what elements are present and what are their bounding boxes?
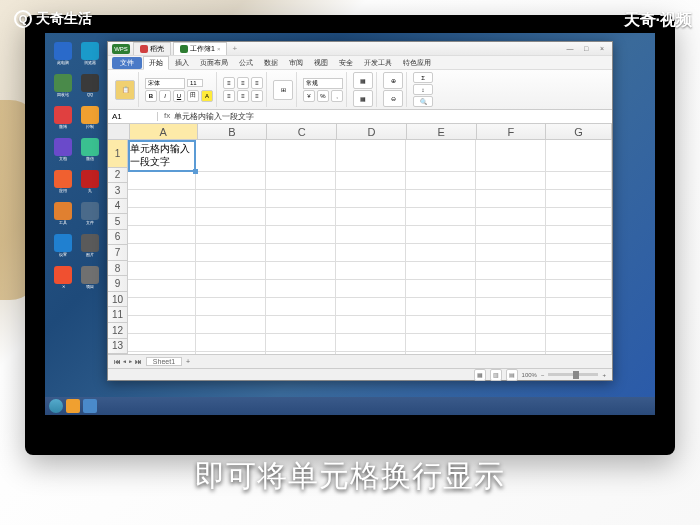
- cell-A3[interactable]: [128, 190, 196, 208]
- cell-A11[interactable]: [128, 334, 196, 352]
- add-sheet-button[interactable]: +: [186, 358, 190, 365]
- minimize-button[interactable]: —: [564, 45, 576, 52]
- row-header-1[interactable]: 1: [108, 140, 128, 168]
- cell-F5[interactable]: [476, 226, 546, 244]
- cell-G4[interactable]: [546, 208, 612, 226]
- cell-G6[interactable]: [546, 244, 612, 262]
- cell-E7[interactable]: [406, 262, 476, 280]
- desktop-icon[interactable]: 项目: [78, 263, 102, 291]
- fill-handle[interactable]: [193, 169, 198, 174]
- fill-color-button[interactable]: A: [201, 90, 213, 102]
- cell-A2[interactable]: [128, 172, 196, 190]
- cell-G11[interactable]: [546, 334, 612, 352]
- cell-G5[interactable]: [546, 226, 612, 244]
- cell-F11[interactable]: [476, 334, 546, 352]
- col-header-E[interactable]: E: [407, 124, 477, 139]
- row-header-13[interactable]: 13: [108, 339, 128, 354]
- close-button[interactable]: ×: [596, 45, 608, 52]
- comma-button[interactable]: ,: [331, 90, 343, 102]
- start-button[interactable]: [49, 399, 63, 413]
- cell-A4[interactable]: [128, 208, 196, 226]
- cell-C1[interactable]: [266, 140, 336, 172]
- cell-F12[interactable]: [476, 352, 546, 354]
- italic-button[interactable]: I: [159, 90, 171, 102]
- cell-F1[interactable]: [476, 140, 546, 172]
- row-header-2[interactable]: 2: [108, 168, 128, 184]
- maximize-button[interactable]: □: [580, 45, 592, 52]
- desktop-icon[interactable]: 浏览器: [78, 39, 102, 67]
- cell-B9[interactable]: [196, 298, 266, 316]
- cell-E3[interactable]: [406, 190, 476, 208]
- cell-D2[interactable]: [336, 172, 406, 190]
- align-left-button[interactable]: ≡: [223, 90, 235, 102]
- desktop-icon[interactable]: 回收站: [51, 71, 75, 99]
- col-header-C[interactable]: C: [267, 124, 337, 139]
- cell-G7[interactable]: [546, 262, 612, 280]
- cell-D8[interactable]: [336, 280, 406, 298]
- cell-F9[interactable]: [476, 298, 546, 316]
- cell-F8[interactable]: [476, 280, 546, 298]
- row-header-8[interactable]: 8: [108, 261, 128, 277]
- cell-B10[interactable]: [196, 316, 266, 334]
- merge-button[interactable]: ⊞: [273, 80, 293, 100]
- cell-A9[interactable]: [128, 298, 196, 316]
- insert-button[interactable]: ⊕: [383, 72, 403, 89]
- cell-C4[interactable]: [266, 208, 336, 226]
- row-header-10[interactable]: 10: [108, 292, 128, 308]
- name-box[interactable]: A1: [108, 112, 158, 121]
- windows-taskbar[interactable]: [45, 397, 655, 415]
- cell-A8[interactable]: [128, 280, 196, 298]
- font-select[interactable]: 宋体: [145, 78, 185, 89]
- menu-file[interactable]: 文件: [112, 57, 142, 69]
- cell-E10[interactable]: [406, 316, 476, 334]
- cell-E4[interactable]: [406, 208, 476, 226]
- cell-B1[interactable]: [196, 140, 266, 172]
- align-top-button[interactable]: ≡: [223, 77, 235, 89]
- cell-A5[interactable]: [128, 226, 196, 244]
- cell-F2[interactable]: [476, 172, 546, 190]
- menu-数据[interactable]: 数据: [259, 57, 283, 69]
- size-select[interactable]: 11: [187, 79, 203, 87]
- tab-workbook[interactable]: 工作簿1 ×: [173, 42, 227, 55]
- cell-B6[interactable]: [196, 244, 266, 262]
- view-break-icon[interactable]: ▤: [506, 369, 518, 381]
- cell-C7[interactable]: [266, 262, 336, 280]
- row-header-3[interactable]: 3: [108, 183, 128, 199]
- cell-E6[interactable]: [406, 244, 476, 262]
- desktop-icon[interactable]: ✕: [51, 263, 75, 291]
- sum-button[interactable]: Σ: [413, 72, 433, 83]
- view-layout-icon[interactable]: ▥: [490, 369, 502, 381]
- cell-D9[interactable]: [336, 298, 406, 316]
- fx-icon[interactable]: fx: [164, 111, 170, 122]
- cell-C9[interactable]: [266, 298, 336, 316]
- zoom-thumb[interactable]: [573, 371, 579, 379]
- cells-area[interactable]: 单元格内输入一段文字: [128, 140, 612, 354]
- cell-C6[interactable]: [266, 244, 336, 262]
- cell-E12[interactable]: [406, 352, 476, 354]
- cell-F6[interactable]: [476, 244, 546, 262]
- format-select[interactable]: 常规: [303, 78, 343, 89]
- col-header-F[interactable]: F: [477, 124, 547, 139]
- cell-D4[interactable]: [336, 208, 406, 226]
- find-button[interactable]: 🔍: [413, 96, 433, 107]
- formula-input[interactable]: 单元格内输入一段文字: [174, 111, 254, 122]
- cell-F3[interactable]: [476, 190, 546, 208]
- menu-审阅[interactable]: 审阅: [284, 57, 308, 69]
- desktop-icon[interactable]: 设置: [51, 231, 75, 259]
- desktop-icon[interactable]: 此电脑: [51, 39, 75, 67]
- cell-D12[interactable]: [336, 352, 406, 354]
- menu-开始[interactable]: 开始: [143, 56, 169, 70]
- cell-E1[interactable]: [406, 140, 476, 172]
- cell-B3[interactable]: [196, 190, 266, 208]
- sheet-nav[interactable]: ⏮ ◀ ▶ ⏭: [114, 358, 142, 365]
- bold-button[interactable]: B: [145, 90, 157, 102]
- border-button[interactable]: 田: [187, 90, 199, 102]
- cell-G8[interactable]: [546, 280, 612, 298]
- cell-C10[interactable]: [266, 316, 336, 334]
- cell-D10[interactable]: [336, 316, 406, 334]
- cell-F4[interactable]: [476, 208, 546, 226]
- cell-E8[interactable]: [406, 280, 476, 298]
- cell-E11[interactable]: [406, 334, 476, 352]
- desktop-icon[interactable]: 工具: [51, 199, 75, 227]
- table-style-button[interactable]: ▦: [353, 90, 373, 107]
